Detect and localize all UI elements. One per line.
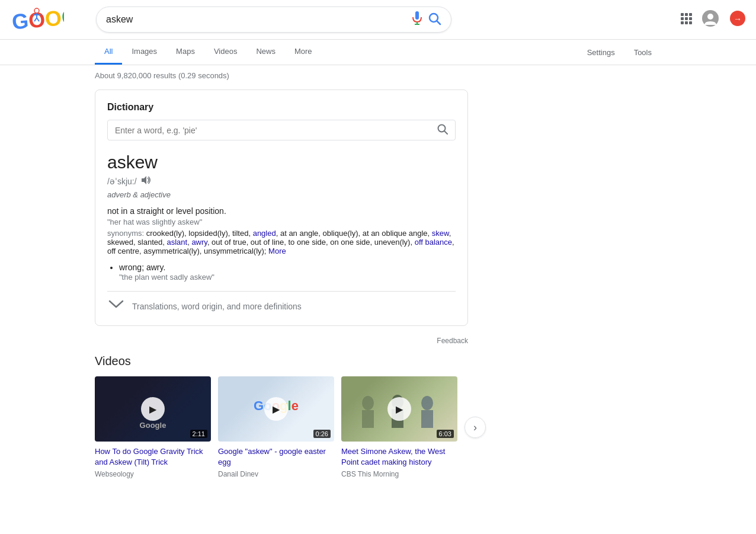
syn-off-balance[interactable]: off balance <box>415 238 452 247</box>
speaker-icon[interactable] <box>140 175 151 188</box>
video-card-1: Google ▶ 2:11 How To do Google Gravity T… <box>95 376 211 478</box>
svg-marker-26 <box>142 176 146 184</box>
videos-next-button[interactable]: › <box>465 417 486 438</box>
tools-button[interactable]: Tools <box>624 41 661 64</box>
svg-line-10 <box>437 21 441 24</box>
dictionary-input-row <box>107 120 456 140</box>
svg-rect-6 <box>415 11 419 20</box>
header: GOOGLE askew <box>0 0 756 40</box>
chevron-down-icon <box>107 299 125 314</box>
definition-2-example: "the plan went sadly askew" <box>119 273 214 282</box>
video-source-2: Danail Dinev <box>218 470 334 478</box>
video-title-2[interactable]: Google "askew" - google easter egg <box>218 446 334 468</box>
svg-rect-12 <box>685 13 688 16</box>
svg-rect-19 <box>689 21 692 24</box>
syn-aslant[interactable]: aslant <box>166 238 187 247</box>
play-button-2[interactable]: ▶ <box>264 397 288 421</box>
svg-rect-16 <box>689 17 692 20</box>
search-button[interactable] <box>428 12 441 27</box>
svg-rect-11 <box>681 13 684 16</box>
svg-point-31 <box>421 396 433 410</box>
video-card-3: ▶ 6:03 Meet Simone Askew, the West Point… <box>341 376 457 478</box>
svg-point-1 <box>34 8 39 13</box>
header-right: → <box>680 9 747 30</box>
tab-more[interactable]: More <box>285 40 322 65</box>
apps-grid-icon[interactable] <box>680 12 692 27</box>
pronunciation-text: /əˈskju:/ <box>107 177 137 186</box>
dictionary-search-button[interactable] <box>437 124 448 136</box>
dictionary-search-input[interactable] <box>115 126 437 135</box>
svg-rect-32 <box>421 410 433 428</box>
definition-1-block: not in a straight or level position. "he… <box>107 206 456 255</box>
video-title-1[interactable]: How To do Google Gravity Trick and Askew… <box>95 446 211 468</box>
logo[interactable]: GOOGLE <box>9 5 87 34</box>
feedback-link[interactable]: Feedback <box>437 337 468 345</box>
play-button-1[interactable]: ▶ <box>141 397 165 421</box>
video-duration-3: 6:03 <box>437 430 454 438</box>
google-logo-svg: GOOGLE <box>9 5 64 34</box>
nav-tabs: All Images Maps Videos News More Setting… <box>0 40 756 65</box>
more-definitions-label: Translations, word origin, and more defi… <box>132 302 302 311</box>
tab-all[interactable]: All <box>95 40 122 65</box>
synonyms-line: synonyms: crooked(ly), lopsided(ly), til… <box>107 229 456 255</box>
videos-heading: Videos <box>95 354 557 368</box>
svg-rect-14 <box>681 17 684 20</box>
video-title-3[interactable]: Meet Simone Askew, the West Point cadet … <box>341 446 457 468</box>
word-heading: askew <box>107 152 456 172</box>
feedback-row: Feedback <box>95 335 468 345</box>
syn-awry[interactable]: awry <box>191 238 207 247</box>
video-source-3: CBS This Morning <box>341 470 457 478</box>
results-count: About 9,820,000 results (0.29 seconds) <box>95 71 661 80</box>
svg-point-27 <box>362 396 374 410</box>
svg-text:→: → <box>733 14 742 24</box>
svg-rect-28 <box>362 410 374 428</box>
videos-row: Google ▶ 2:11 How To do Google Gravity T… <box>95 376 557 478</box>
video-thumb-1[interactable]: Google ▶ 2:11 <box>95 376 211 442</box>
svg-rect-18 <box>685 21 688 24</box>
svg-point-21 <box>707 14 713 20</box>
search-bar: askew <box>96 7 451 33</box>
dictionary-card: Dictionary askew /əˈskju:/ adverb & <box>95 89 468 326</box>
mic-icon[interactable] <box>412 11 422 28</box>
tab-videos[interactable]: Videos <box>204 40 247 65</box>
definition-list: wrong; awry. "the plan went sadly askew" <box>107 263 456 282</box>
user-account-icon[interactable] <box>701 9 719 30</box>
synonyms-more-link[interactable]: More <box>268 247 286 255</box>
video-thumb-3[interactable]: ▶ 6:03 <box>341 376 457 442</box>
svg-rect-17 <box>681 21 684 24</box>
tab-maps[interactable]: Maps <box>166 40 204 65</box>
videos-section: Videos Google ▶ 2:11 How To do Google Gr… <box>95 354 557 478</box>
svg-rect-13 <box>689 13 692 16</box>
search-input[interactable]: askew <box>106 14 412 25</box>
svg-line-25 <box>444 131 447 134</box>
pronunciation: /əˈskju:/ <box>107 175 456 188</box>
definition-1-example: "her hat was slightly askew" <box>107 218 456 226</box>
video-duration-2: 0:26 <box>313 430 331 438</box>
tab-news[interactable]: News <box>246 40 285 65</box>
search-bar-wrapper: askew <box>96 7 451 33</box>
video-thumb-2[interactable]: Google ▶ 0:26 <box>218 376 334 442</box>
video-duration-1: 2:11 <box>190 430 207 438</box>
definition-2-text: wrong; awry. <box>119 263 165 272</box>
part-of-speech: adverb & adjective <box>107 190 456 199</box>
sign-in-icon[interactable]: → <box>729 9 747 30</box>
definition-2-item: wrong; awry. "the plan went sadly askew" <box>119 263 456 282</box>
video-source-1: Webseology <box>95 470 211 478</box>
syn-skew[interactable]: skew <box>432 229 449 238</box>
more-definitions-bar[interactable]: Translations, word origin, and more defi… <box>107 291 456 314</box>
tab-images[interactable]: Images <box>122 40 166 65</box>
settings-button[interactable]: Settings <box>578 41 624 64</box>
main-content: About 9,820,000 results (0.29 seconds) D… <box>0 65 756 490</box>
video-card-2: Google ▶ 0:26 Google "askew" - google ea… <box>218 376 334 478</box>
definition-1-text: not in a straight or level position. <box>107 206 456 216</box>
svg-rect-15 <box>685 17 688 20</box>
synonyms-label: synonyms: <box>107 229 144 238</box>
play-button-3[interactable]: ▶ <box>387 397 411 421</box>
syn-angled[interactable]: angled <box>253 229 276 238</box>
dictionary-title: Dictionary <box>107 102 456 113</box>
